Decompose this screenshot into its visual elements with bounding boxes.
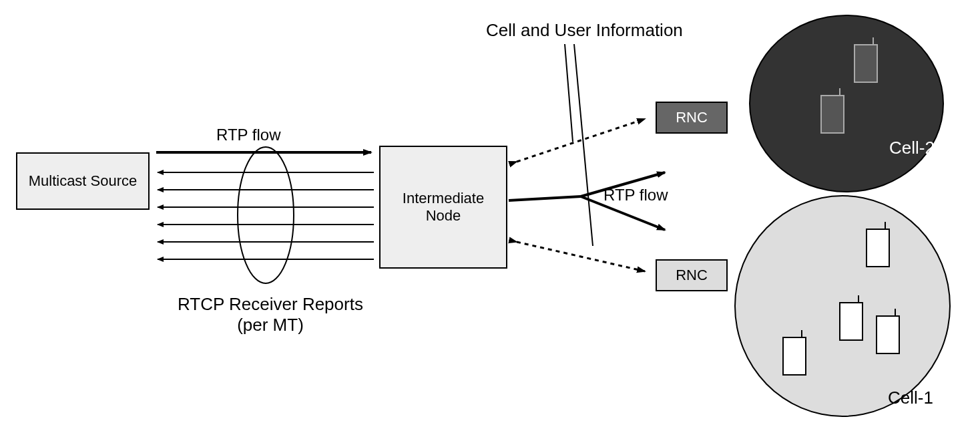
intermediate-node-label: Intermediate Node bbox=[383, 190, 503, 225]
phone-icon bbox=[839, 302, 863, 341]
rtcp-ellipse bbox=[238, 147, 294, 283]
cell-2-label: Cell-2 bbox=[889, 138, 935, 158]
cell-1-oval bbox=[734, 195, 951, 417]
rnc-top-label: RNC bbox=[676, 109, 708, 126]
rnc-bottom-label: RNC bbox=[676, 267, 708, 284]
svg-line-10 bbox=[565, 44, 573, 142]
phone-icon bbox=[820, 95, 844, 134]
cell-info-arrow-top bbox=[517, 119, 645, 162]
rtp-flow-left-label: RTP flow bbox=[216, 126, 280, 144]
cell-info-pointer-lines bbox=[565, 44, 593, 246]
cell-2-oval bbox=[749, 15, 944, 192]
svg-line-6 bbox=[517, 119, 645, 162]
phone-icon bbox=[782, 337, 806, 376]
rtcp-reports-label: RTCP Receiver Reports (per MT) bbox=[178, 294, 363, 335]
cell-user-info-label: Cell and User Information bbox=[486, 20, 683, 41]
cell-1-label: Cell-1 bbox=[888, 388, 933, 408]
multicast-source-label: Multicast Source bbox=[29, 172, 138, 190]
multicast-source-box: Multicast Source bbox=[16, 152, 150, 210]
svg-line-7 bbox=[517, 242, 645, 271]
phone-icon bbox=[854, 44, 878, 83]
rtp-flow-right-label: RTP flow bbox=[603, 186, 668, 204]
svg-line-11 bbox=[574, 44, 593, 246]
phone-icon bbox=[876, 315, 900, 354]
phone-icon bbox=[866, 229, 890, 267]
intermediate-node-box: Intermediate Node bbox=[379, 146, 507, 269]
rnc-top-box: RNC bbox=[656, 102, 728, 134]
rtcp-feedback-arrows bbox=[158, 172, 374, 259]
rnc-bottom-box: RNC bbox=[656, 259, 728, 291]
cell-info-arrow-bottom bbox=[517, 242, 645, 271]
